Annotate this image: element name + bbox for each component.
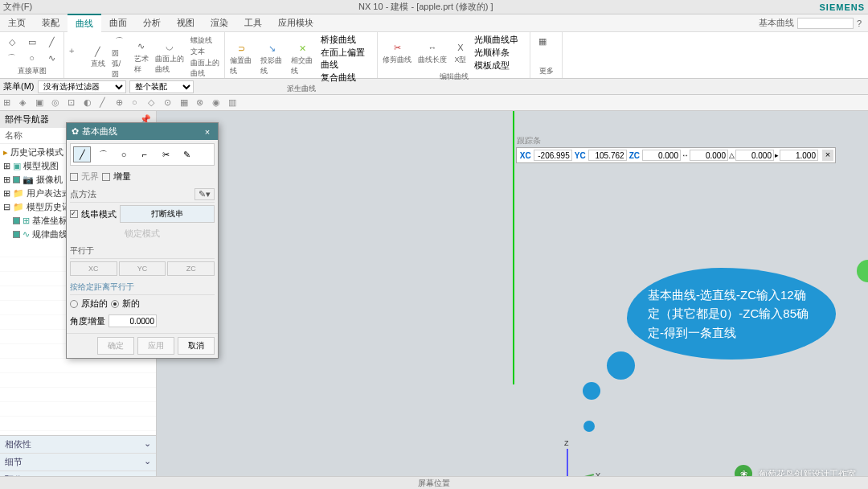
sel-icon-14[interactable]: ◉ (212, 97, 223, 109)
sel-icon-7[interactable]: ╱ (100, 97, 111, 109)
zc-input[interactable] (642, 150, 681, 161)
project-icon[interactable]: ↘ (265, 41, 280, 55)
parallel-zc-button[interactable]: ZC (167, 261, 215, 276)
file-menu[interactable]: 文件(F) (3, 1, 32, 13)
fillet-tool[interactable]: ⌐ (136, 146, 154, 162)
line-tool[interactable]: ╱ (73, 146, 91, 162)
tab-tools[interactable]: 工具 (236, 14, 270, 31)
annotation-text: 基本曲线-选直线-ZC输入12确定（其它都是0）-ZC输入85确定-得到一条直线 (627, 268, 836, 360)
spline-icon[interactable]: ∿ (45, 51, 59, 65)
angle-input[interactable] (735, 150, 774, 161)
sel-icon-3[interactable]: ▣ (35, 97, 47, 109)
yc-input[interactable] (588, 150, 627, 161)
point-method-label: 点方法 (70, 188, 96, 200)
sel-icon-11[interactable]: ⊙ (164, 97, 175, 109)
btab-dependency[interactable]: 相依性⌄ (0, 436, 156, 454)
parallel-yc-button[interactable]: YC (119, 261, 166, 276)
dialog-close-icon[interactable]: × (202, 127, 213, 137)
sel-icon-10[interactable]: ◇ (148, 97, 159, 109)
studio-icon[interactable]: ∿ (134, 39, 149, 54)
sel-icon-4[interactable]: ◎ (51, 97, 63, 109)
yc-label: YC (573, 151, 588, 160)
arc-tool[interactable]: ⌒ (94, 146, 112, 162)
dist-input[interactable] (690, 150, 728, 161)
cmd-search-input[interactable] (797, 18, 854, 29)
bridge-btn[interactable]: 桥接曲线 (321, 34, 372, 46)
tab-surface[interactable]: 曲面 (101, 14, 135, 31)
sel-icon-2[interactable]: ◈ (19, 97, 31, 109)
offset-icon[interactable]: ⊃ (235, 41, 249, 55)
helix-btn[interactable]: 螺旋线 (190, 35, 219, 46)
point-icon[interactable]: + (69, 46, 84, 68)
help-icon[interactable]: ? (857, 18, 862, 28)
filter-select-2[interactable]: 整个装配 (129, 80, 194, 93)
tracking-close-icon[interactable]: × (822, 150, 833, 161)
ok-button[interactable]: 确定 (97, 337, 134, 355)
text-btn[interactable]: 文本 (190, 47, 219, 57)
sel-icon-6[interactable]: ◐ (84, 97, 95, 109)
apply-button[interactable]: 应用 (137, 337, 174, 355)
arc-icon[interactable]: ⌒ (5, 51, 18, 65)
surfcurve-icon[interactable]: ◡ (162, 39, 177, 54)
edit-tool[interactable]: ✎ (178, 146, 195, 162)
cancel-button[interactable]: 取消 (178, 337, 215, 355)
break-line-button[interactable]: 打断线串 (120, 205, 215, 223)
tab-home[interactable]: 主页 (0, 14, 34, 31)
filter-select-1[interactable]: 没有选择过滤器 (38, 80, 126, 93)
sel-icon-15[interactable]: ▥ (228, 97, 240, 109)
smooth-btn[interactable]: 光顺曲线串 (474, 34, 518, 46)
vertical-line-geometry (513, 111, 514, 384)
tab-view[interactable]: 视图 (169, 14, 203, 31)
tab-render[interactable]: 渲染 (203, 14, 236, 31)
linemode-check[interactable] (70, 210, 78, 218)
smoothsp-btn[interactable]: 光顺样条 (474, 47, 518, 59)
trim-tool[interactable]: ✂ (157, 146, 174, 162)
more-icon[interactable]: ▦ (535, 34, 550, 48)
intersect-icon[interactable]: ✕ (295, 41, 309, 55)
sel-icon-8[interactable]: ⊕ (116, 97, 127, 109)
menu-label[interactable]: 菜单(M) (3, 80, 35, 92)
original-radio[interactable] (70, 300, 78, 308)
original-label: 原始的 (81, 298, 108, 310)
circle-tool[interactable]: ○ (115, 146, 133, 162)
scale-input[interactable] (780, 150, 818, 161)
sel-icon-9[interactable]: ○ (132, 97, 143, 109)
offsetface-btn[interactable]: 在面上偏置曲线 (321, 47, 372, 71)
rect-icon[interactable]: ▭ (25, 35, 39, 49)
template-btn[interactable]: 模板成型 (474, 60, 518, 72)
side-handle[interactable] (857, 260, 868, 282)
xform-icon[interactable]: X (453, 40, 468, 55)
line2-icon[interactable]: ╱ (91, 44, 105, 59)
increment-label: 增量 (113, 171, 131, 183)
tab-analysis[interactable]: 分析 (135, 14, 169, 31)
parallel-xc-button[interactable]: XC (70, 261, 117, 276)
unbounded-check[interactable] (70, 173, 78, 181)
panel-title: 部件导航器 (5, 113, 49, 125)
tab-curve[interactable]: 曲线 (68, 14, 101, 32)
angle-incr-label: 角度增量 (70, 315, 105, 327)
btab-detail[interactable]: 细节⌄ (0, 454, 156, 471)
ribbon: ◇ ▭ ╱ ⌒ ○ ∿ 直接草图 + ╱直线 ⌒圆弧/圆 ∿艺术样 ◡曲面上的曲… (0, 32, 868, 79)
arc2-icon[interactable]: ⌒ (113, 34, 127, 48)
xc-input[interactable] (534, 150, 572, 161)
composite-btn[interactable]: 复合曲线 (321, 72, 372, 84)
length-icon[interactable]: ↔ (425, 40, 440, 55)
tab-apps[interactable]: 应用模块 (270, 14, 321, 31)
circle-icon[interactable]: ○ (25, 51, 39, 65)
sketch-icon[interactable]: ◇ (5, 35, 18, 49)
sel-icon-12[interactable]: ▦ (180, 97, 191, 109)
group-edit-label: 编辑曲线 (383, 72, 525, 82)
point-method-dropdown[interactable]: ✎▾ (194, 188, 215, 200)
sel-icon-5[interactable]: ⊡ (68, 97, 79, 109)
3d-viewport[interactable]: Z Y X 跟踪条 XC YC ZC ↔ △ ▸ (157, 111, 868, 489)
line-icon[interactable]: ╱ (45, 35, 59, 49)
sel-icon-1[interactable]: ⊞ (3, 97, 14, 109)
title-bar: 文件(F) NX 10 - 建模 - [apple.prt (修改的) ] SI… (0, 0, 868, 14)
surf-btn[interactable]: 曲面上的曲线 (190, 58, 219, 79)
sel-icon-13[interactable]: ⊗ (196, 97, 207, 109)
tab-assembly[interactable]: 装配 (34, 14, 68, 31)
angle-incr-input[interactable] (108, 314, 157, 327)
new-radio[interactable] (111, 300, 119, 308)
trim-icon[interactable]: ✂ (390, 40, 404, 55)
increment-check[interactable] (102, 173, 110, 181)
